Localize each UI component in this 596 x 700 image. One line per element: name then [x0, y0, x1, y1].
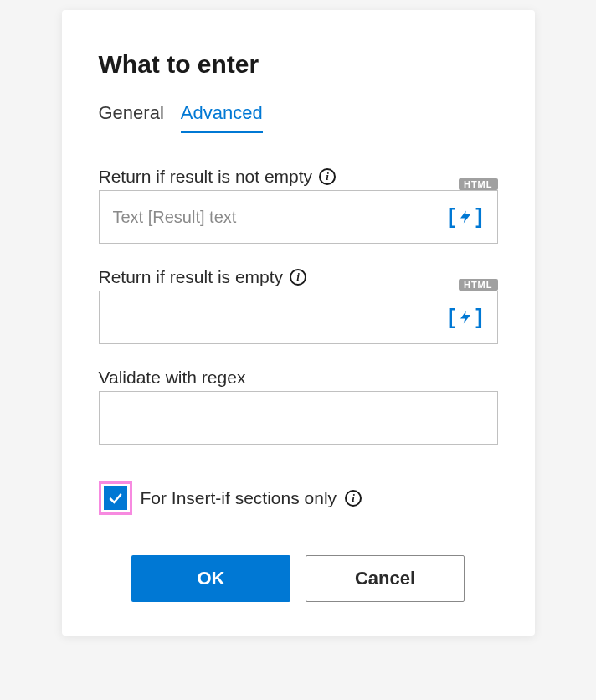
dialog-buttons: OK Cancel [99, 555, 498, 602]
info-icon[interactable]: i [319, 168, 336, 185]
tab-advanced[interactable]: Advanced [181, 102, 263, 133]
checkbox-highlight [99, 481, 132, 515]
checkmark-icon [107, 490, 124, 507]
dialog-title: What to enter [99, 50, 498, 79]
checkbox-insert-if[interactable] [104, 486, 127, 510]
checkbox-label-insert-if: For Insert-if sections only [141, 488, 337, 508]
info-icon[interactable]: i [290, 269, 306, 286]
label-return-not-empty: Return if result is not empty [99, 167, 313, 187]
ok-button[interactable]: OK [131, 555, 290, 602]
lightning-token-icon[interactable]: [] [444, 204, 486, 229]
info-icon[interactable]: i [345, 490, 362, 507]
what-to-enter-dialog: What to enter General Advanced Return if… [62, 10, 535, 636]
field-return-not-empty: Return if result is not empty i HTML [] [99, 167, 498, 244]
checkbox-row-insert-if: For Insert-if sections only i [99, 481, 498, 515]
field-return-empty: Return if result is empty i HTML [] [99, 267, 498, 344]
tab-general[interactable]: General [99, 102, 164, 133]
input-return-empty[interactable] [99, 291, 498, 344]
html-badge: HTML [459, 279, 498, 291]
cancel-button[interactable]: Cancel [306, 555, 465, 602]
tab-bar: General Advanced [99, 102, 498, 133]
input-validate-regex[interactable] [99, 391, 498, 445]
lightning-token-icon[interactable]: [] [444, 305, 486, 330]
label-validate-regex: Validate with regex [99, 368, 246, 388]
html-badge: HTML [459, 178, 498, 190]
label-return-empty: Return if result is empty [99, 267, 284, 287]
field-validate-regex: Validate with regex [99, 368, 498, 445]
input-return-not-empty[interactable] [99, 190, 498, 244]
